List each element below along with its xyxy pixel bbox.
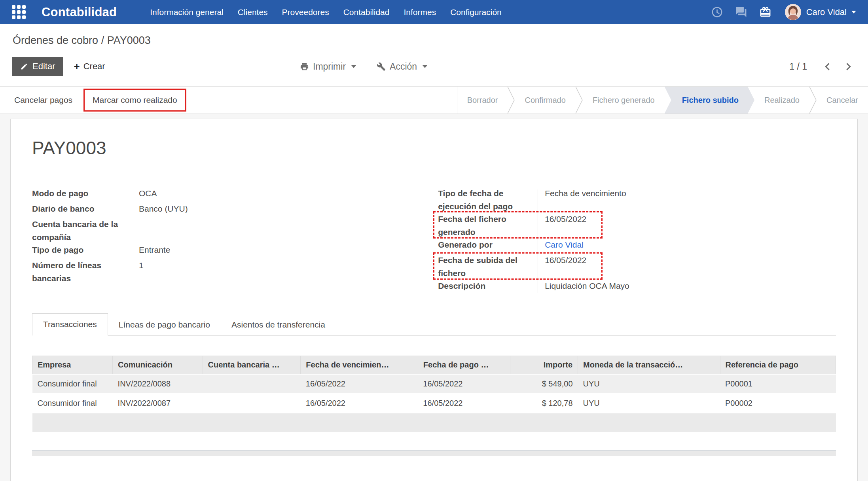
table-header-row: Empresa Comunicación Cuenta bancaria … F… (32, 356, 836, 375)
tab-asientos-transferencia[interactable]: Asientos de transferencia (221, 314, 336, 335)
column-header-empresa[interactable]: Empresa (32, 356, 113, 375)
print-button[interactable]: Imprimir (300, 61, 356, 72)
table-empty-row (32, 413, 836, 432)
mark-done-button[interactable]: Marcar como realizado (87, 91, 183, 109)
notebook-tabs: Transacciones Líneas de pago bancario As… (32, 313, 836, 336)
field-fecha-fichero-generado: Fecha del fichero generado 16/05/2022 (438, 213, 760, 239)
field-value: Fecha de vencimiento (538, 187, 626, 200)
generated-by-link[interactable]: Caro Vidal (538, 239, 584, 252)
cell-empresa: Consumidor final (32, 394, 113, 413)
column-header-cuenta-bancaria[interactable]: Cuenta bancaria … (203, 356, 301, 375)
field-label: Fecha del fichero generado (438, 213, 538, 239)
step-cancelar[interactable]: Cancelar (817, 87, 868, 114)
action-button[interactable]: Acción (377, 61, 427, 72)
tab-lineas-pago-bancario[interactable]: Líneas de pago bancario (108, 314, 221, 335)
field-tipo-fecha-ejecucion: Tipo de fecha de ejecución del pago Fech… (438, 187, 760, 213)
menu-clientes[interactable]: Clientes (231, 8, 275, 17)
field-label: Generado por (438, 239, 538, 252)
app-brand[interactable]: Contabilidad (42, 5, 117, 19)
pager: 1 / 1 (789, 61, 856, 72)
menu-informacion-general[interactable]: Información general (143, 8, 231, 17)
field-label: Tipo de pago (32, 244, 132, 257)
step-fichero-subido[interactable]: Fichero subido (665, 87, 754, 114)
toolbar-center: Imprimir Acción (300, 61, 427, 72)
cell-comunicacion: INV/2022/0088 (113, 374, 203, 394)
create-button-label: Crear (83, 61, 105, 72)
column-header-referencia[interactable]: Referencia de pago (720, 356, 836, 375)
column-header-fecha-vencimiento[interactable]: Fecha de vencimien… (301, 356, 418, 375)
step-confirmado[interactable]: Confirmado (515, 87, 575, 114)
column-header-moneda[interactable]: Moneda de la transacció… (578, 356, 720, 375)
menu-contabilidad[interactable]: Contabilidad (336, 8, 397, 17)
bottom-strip (32, 450, 836, 456)
field-descripcion: Descripción Liquidación OCA Mayo (438, 280, 760, 295)
clock-icon[interactable] (711, 6, 723, 18)
record-title: PAY0003 (32, 137, 836, 159)
edit-button-label: Editar (32, 61, 55, 72)
cell-fecha-pago: 16/05/2022 (418, 374, 510, 394)
menu-configuracion[interactable]: Configuración (443, 8, 509, 17)
wrench-icon (377, 62, 386, 71)
field-label: Descripción (438, 280, 538, 293)
field-cuenta-bancaria: Cuenta bancaria de la compañía (32, 218, 402, 244)
pager-next-icon[interactable] (843, 63, 851, 70)
cancel-payments-button[interactable]: Cancelar pagos (9, 91, 78, 109)
cell-importe: $ 549,00 (510, 374, 578, 394)
chevron-down-icon (351, 65, 356, 68)
annotation-solid-box: Marcar como realizado (83, 89, 186, 112)
step-realizado[interactable]: Realizado (754, 87, 809, 114)
breadcrumb[interactable]: Órdenes de cobro / PAY0003 (13, 34, 856, 47)
chevron-down-icon (423, 65, 427, 68)
cell-importe: $ 120,78 (510, 394, 578, 413)
pager-count: 1 / 1 (789, 61, 807, 72)
field-value: Liquidación OCA Mayo (538, 280, 629, 293)
menu-proveedores[interactable]: Proveedores (275, 8, 336, 17)
field-value: Entrante (132, 244, 170, 257)
edit-button[interactable]: Editar (12, 57, 63, 76)
apps-grid-icon[interactable] (12, 5, 26, 19)
cell-comunicacion: INV/2022/0087 (113, 394, 203, 413)
status-steps: Borrador Confirmado Fichero generado Fic… (457, 87, 868, 114)
table-row[interactable]: Consumidor final INV/2022/0088 16/05/202… (32, 374, 836, 394)
field-label: Cuenta bancaria de la compañía (32, 218, 132, 244)
field-diario-de-banco: Diario de banco Banco (UYU) (32, 203, 402, 218)
pencil-icon (20, 62, 28, 70)
field-value: OCA (132, 187, 157, 200)
avatar[interactable] (785, 4, 801, 20)
field-value: 1 (132, 259, 144, 272)
step-separator (508, 87, 515, 114)
action-button-label: Acción (390, 61, 417, 72)
field-label: Diario de banco (32, 203, 132, 216)
content-area: PAY0003 Modo de pago OCA Diario de banco… (0, 114, 868, 481)
chat-icon[interactable] (735, 6, 747, 18)
pager-previous-icon[interactable] (825, 63, 832, 70)
field-numero-lineas: Número de líneas bancarias 1 (32, 259, 402, 285)
step-borrador[interactable]: Borrador (457, 87, 508, 114)
gift-icon[interactable] (759, 6, 771, 18)
user-menu[interactable]: Caro Vidal (806, 7, 847, 17)
field-groups: Modo de pago OCA Diario de banco Banco (… (32, 187, 836, 295)
field-label: Fecha de subida del fichero (438, 254, 538, 280)
control-panel: Órdenes de cobro / PAY0003 Editar + Crea… (0, 24, 868, 86)
cell-cuenta-bancaria (203, 394, 301, 413)
column-header-fecha-pago[interactable]: Fecha de pago … (418, 356, 510, 375)
tab-transacciones[interactable]: Transacciones (32, 313, 108, 336)
column-header-importe[interactable]: Importe (510, 356, 578, 375)
cell-referencia: P00001 (720, 374, 836, 394)
column-header-comunicacion[interactable]: Comunicación (113, 356, 203, 375)
create-button[interactable]: + Crear (74, 61, 105, 72)
cell-moneda: UYU (578, 394, 720, 413)
table-row[interactable]: Consumidor final INV/2022/0087 16/05/202… (32, 394, 836, 413)
cell-fecha-vencimiento: 16/05/2022 (301, 374, 418, 394)
cell-fecha-pago: 16/05/2022 (418, 394, 510, 413)
chevron-down-icon (851, 11, 856, 13)
transactions-table: Empresa Comunicación Cuenta bancaria … F… (32, 356, 836, 432)
form-sheet: PAY0003 Modo de pago OCA Diario de banco… (10, 119, 858, 481)
transactions-table-wrap: Empresa Comunicación Cuenta bancaria … F… (32, 356, 836, 432)
field-group-left: Modo de pago OCA Diario de banco Banco (… (32, 187, 402, 295)
step-fichero-generado[interactable]: Fichero generado (583, 87, 665, 114)
top-navbar: Contabilidad Información general Cliente… (0, 0, 868, 24)
menu-informes[interactable]: Informes (396, 8, 443, 17)
field-label: Número de líneas bancarias (32, 259, 132, 285)
field-tipo-de-pago: Tipo de pago Entrante (32, 244, 402, 259)
